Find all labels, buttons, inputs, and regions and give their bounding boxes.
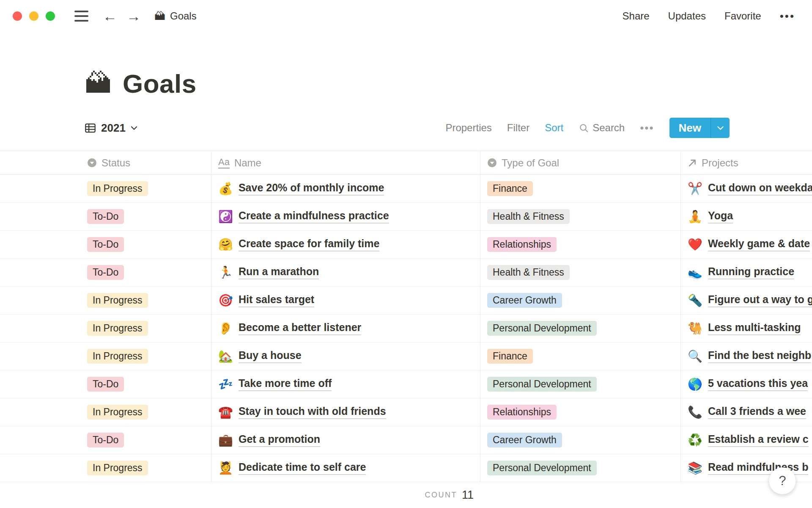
minimize-window-button[interactable] <box>29 11 38 21</box>
name-cell[interactable]: 💆 Dedicate time to self care <box>211 454 480 482</box>
project-page-link[interactable]: Establish a review c <box>708 433 809 447</box>
properties-button[interactable]: Properties <box>445 122 491 134</box>
goal-page-link[interactable]: Dedicate time to self care <box>239 461 366 475</box>
status-cell[interactable]: To-Do <box>80 203 211 230</box>
projects-cell[interactable]: 🔦 Figure out a way to g <box>681 287 812 314</box>
type-of-goal-badge: Finance <box>487 181 533 196</box>
goal-page-link[interactable]: Stay in touch with old friends <box>239 405 386 419</box>
view-name: 2021 <box>101 121 126 135</box>
share-button[interactable]: Share <box>623 10 650 22</box>
project-page-link[interactable]: Weekly game & date <box>708 237 810 251</box>
name-cell[interactable]: 💰 Save 20% of monthly income <box>211 175 480 202</box>
projects-cell[interactable]: ✂️ Cut down on weekda <box>681 175 812 202</box>
column-header-type-of-goal[interactable]: Type of Goal <box>480 151 681 174</box>
project-page-link[interactable]: Find the best neighb <box>708 349 811 363</box>
goal-page-link[interactable]: Become a better listener <box>239 321 361 335</box>
projects-cell[interactable]: 🐫 Less multi-tasking <box>681 315 812 342</box>
sidebar-menu-icon[interactable] <box>74 11 88 22</box>
table-row: In Progress 💆 Dedicate time to self care… <box>0 454 812 482</box>
forward-arrow-icon[interactable]: → <box>126 9 141 23</box>
column-header-name[interactable]: Aa Name <box>211 151 480 174</box>
status-cell[interactable]: To-Do <box>80 370 211 398</box>
zoom-window-button[interactable] <box>46 11 55 21</box>
table-body: In Progress 💰 Save 20% of monthly income… <box>0 175 812 482</box>
type-of-goal-cell[interactable]: Personal Development <box>480 315 681 342</box>
projects-cell[interactable]: 🔍 Find the best neighb <box>681 342 812 370</box>
project-page-link[interactable]: Less multi-tasking <box>708 321 801 335</box>
name-cell[interactable]: 👂 Become a better listener <box>211 315 480 342</box>
status-cell[interactable]: In Progress <box>80 398 211 426</box>
project-emoji-icon: 🐫 <box>688 323 702 334</box>
type-of-goal-cell[interactable]: Career Growth <box>480 287 681 314</box>
help-button[interactable]: ? <box>769 467 796 494</box>
project-page-link[interactable]: 5 vacations this yea <box>708 377 808 391</box>
projects-cell[interactable]: 🌎 5 vacations this yea <box>681 370 812 398</box>
projects-cell[interactable]: 📞 Call 3 friends a wee <box>681 398 812 426</box>
select-property-icon <box>487 158 497 168</box>
toolbar-more-icon[interactable]: ••• <box>640 121 654 135</box>
favorite-button[interactable]: Favorite <box>724 10 761 22</box>
type-of-goal-cell[interactable]: Personal Development <box>480 370 681 398</box>
goal-page-link[interactable]: Save 20% of monthly income <box>239 182 384 196</box>
name-cell[interactable]: 🎯 Hit sales target <box>211 287 480 314</box>
column-header-projects[interactable]: Projects <box>681 151 812 174</box>
type-of-goal-cell[interactable]: Finance <box>480 175 681 202</box>
table-row: In Progress 🏡 Buy a house Finance 🔍 Find… <box>0 342 812 370</box>
status-cell[interactable]: In Progress <box>80 342 211 370</box>
goal-page-link[interactable]: Create a mindfulness practice <box>239 210 389 224</box>
projects-cell[interactable]: ❤️ Weekly game & date <box>681 231 812 258</box>
type-of-goal-cell[interactable]: Relationships <box>480 231 681 258</box>
status-cell[interactable]: In Progress <box>80 175 211 202</box>
projects-cell[interactable]: 👟 Running practice <box>681 259 812 286</box>
column-header-status[interactable]: Status <box>80 151 211 174</box>
goal-page-link[interactable]: Buy a house <box>239 349 302 363</box>
search-button[interactable]: Search <box>579 122 625 134</box>
type-of-goal-cell[interactable]: Health & Fitness <box>480 259 681 286</box>
new-dropdown-button[interactable] <box>711 118 730 138</box>
goal-page-link[interactable]: Run a marathon <box>239 265 319 279</box>
project-emoji-icon: 🧘 <box>688 211 702 223</box>
name-cell[interactable]: 💤 Take more time off <box>211 370 480 398</box>
status-cell[interactable]: To-Do <box>80 259 211 286</box>
new-button[interactable]: New <box>669 118 710 138</box>
status-cell[interactable]: To-Do <box>80 426 211 454</box>
type-of-goal-cell[interactable]: Relationships <box>480 398 681 426</box>
status-cell[interactable]: To-Do <box>80 231 211 258</box>
name-cell[interactable]: ☯️ Create a mindfulness practice <box>211 203 480 230</box>
projects-cell[interactable]: ♻️ Establish a review c <box>681 426 812 454</box>
project-page-link[interactable]: Call 3 friends a wee <box>708 405 806 419</box>
goal-page-link[interactable]: Create space for family time <box>239 237 379 251</box>
project-page-link[interactable]: Running practice <box>708 265 794 279</box>
breadcrumb-title: Goals <box>170 10 197 22</box>
name-cell[interactable]: 💼 Get a promotion <box>211 426 480 454</box>
filter-button[interactable]: Filter <box>507 122 529 134</box>
type-of-goal-cell[interactable]: Career Growth <box>480 426 681 454</box>
updates-button[interactable]: Updates <box>668 10 706 22</box>
name-cell[interactable]: ☎️ Stay in touch with old friends <box>211 398 480 426</box>
more-options-icon[interactable]: ••• <box>780 10 795 23</box>
goal-page-link[interactable]: Get a promotion <box>239 433 320 447</box>
sort-button[interactable]: Sort <box>545 122 563 134</box>
project-page-link[interactable]: Yoga <box>708 210 733 224</box>
count-aggregate[interactable]: COUNT 11 <box>211 489 480 502</box>
breadcrumb[interactable]: 🏔 Goals <box>154 10 197 22</box>
status-cell[interactable]: In Progress <box>80 287 211 314</box>
type-of-goal-cell[interactable]: Health & Fitness <box>480 203 681 230</box>
back-arrow-icon[interactable]: ← <box>103 9 117 23</box>
name-cell[interactable]: 🏃 Run a marathon <box>211 259 480 286</box>
page-title[interactable]: Goals <box>123 69 197 99</box>
close-window-button[interactable] <box>13 11 22 21</box>
type-of-goal-cell[interactable]: Personal Development <box>480 454 681 482</box>
project-page-link[interactable]: Cut down on weekda <box>708 182 812 196</box>
view-switcher[interactable]: 2021 <box>85 121 137 135</box>
name-cell[interactable]: 🤗 Create space for family time <box>211 231 480 258</box>
projects-cell[interactable]: 🧘 Yoga <box>681 203 812 230</box>
status-cell[interactable]: In Progress <box>80 454 211 482</box>
goal-page-link[interactable]: Hit sales target <box>239 293 314 307</box>
name-cell[interactable]: 🏡 Buy a house <box>211 342 480 370</box>
type-of-goal-cell[interactable]: Finance <box>480 342 681 370</box>
goal-page-link[interactable]: Take more time off <box>239 377 332 391</box>
status-cell[interactable]: In Progress <box>80 315 211 342</box>
project-page-link[interactable]: Figure out a way to g <box>708 293 812 307</box>
page-icon[interactable]: 🏔 <box>85 70 112 97</box>
